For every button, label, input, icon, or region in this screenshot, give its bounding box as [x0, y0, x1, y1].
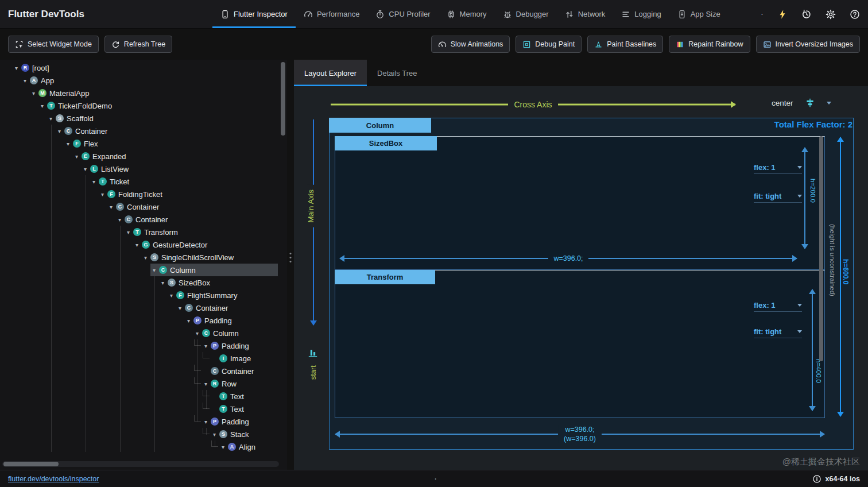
- fit-dropdown[interactable]: fit: tight: [754, 327, 802, 338]
- tree-node-padding[interactable]: ▾PPadding: [0, 339, 287, 352]
- settings-button[interactable]: [826, 9, 836, 20]
- tree-node-transform[interactable]: ▾TTransform: [0, 226, 287, 238]
- tree-node-expanded[interactable]: ▾EExpanded: [0, 150, 287, 163]
- tree-node-listview[interactable]: ▾LListView: [0, 163, 287, 175]
- main-axis-alignment-dropdown[interactable]: start: [308, 348, 318, 380]
- nav-tab-performance[interactable]: Performance: [296, 0, 367, 28]
- tree-node-text[interactable]: TText: [0, 390, 287, 403]
- repaint-rainbow-button[interactable]: Repaint Rainbow: [669, 36, 750, 53]
- expand-chevron-icon[interactable]: ▾: [176, 305, 184, 311]
- nav-tab-logging[interactable]: Logging: [613, 0, 669, 28]
- panel-splitter[interactable]: [287, 60, 294, 470]
- tree-node-scaffold[interactable]: ▾SScaffold: [0, 112, 287, 125]
- tree-node-foldingticket[interactable]: ▾FFoldingTicket: [0, 188, 287, 200]
- tree-horizontal-scrollbar-thumb[interactable]: [3, 462, 59, 466]
- tree-node-container[interactable]: ▾CContainer: [0, 302, 287, 314]
- tree-node-container[interactable]: ▾CContainer: [0, 200, 287, 213]
- tree-node-singlechildscrollview[interactable]: ▾SSingleChildScrollView: [0, 251, 287, 264]
- debug-paint-button[interactable]: Debug Paint: [516, 36, 582, 53]
- expand-chevron-icon[interactable]: ▾: [107, 204, 115, 210]
- tree-node-root[interactable]: ▾R[root]: [0, 61, 287, 74]
- expand-chevron-icon[interactable]: ▾: [38, 103, 46, 109]
- flex-dropdown[interactable]: flex: 1: [754, 163, 802, 174]
- fit-dropdown[interactable]: fit: tight: [754, 192, 802, 203]
- widget-box-transform[interactable]: [335, 270, 825, 418]
- tree-node-container[interactable]: CContainer: [0, 365, 287, 377]
- expand-chevron-icon[interactable]: ▾: [56, 128, 63, 134]
- main-axis-arrowhead-icon: [310, 320, 317, 326]
- devtools-docs-link[interactable]: flutter.dev/devtools/inspector: [8, 475, 99, 483]
- expand-chevron-icon[interactable]: ▾: [30, 90, 37, 96]
- tree-node-column[interactable]: ▾CColumn: [0, 264, 287, 276]
- tree-node-column[interactable]: ▾CColumn: [0, 327, 287, 339]
- expand-chevron-icon[interactable]: ▾: [116, 217, 123, 223]
- memory-icon: [447, 10, 456, 19]
- expand-chevron-icon[interactable]: ▾: [125, 229, 132, 235]
- nav-tab-network[interactable]: Network: [557, 0, 614, 28]
- expand-chevron-icon[interactable]: ▾: [202, 343, 210, 349]
- help-button[interactable]: [850, 9, 860, 20]
- tree-node-padding[interactable]: ▾PPadding: [0, 415, 287, 428]
- explorer-scrollbar[interactable]: [819, 136, 823, 361]
- expand-chevron-icon[interactable]: ▾: [21, 78, 29, 84]
- flex-dropdown[interactable]: flex: 1: [754, 301, 802, 312]
- tree-node-ticketfolddemo[interactable]: ▾TTicketFoldDemo: [0, 99, 287, 112]
- nav-tab-debugger[interactable]: Debugger: [495, 0, 557, 28]
- widget-box-title-sizedbox[interactable]: SizedBox: [335, 136, 437, 150]
- tree-node-stack[interactable]: ▾SStack: [0, 428, 287, 440]
- slow-animations-button[interactable]: Slow Animations: [431, 36, 510, 53]
- tree-node-app[interactable]: ▾AApp: [0, 74, 287, 87]
- tree-node-align[interactable]: ▾AAlign: [0, 440, 287, 453]
- tree-node-row[interactable]: ▾RRow: [0, 377, 287, 390]
- expand-chevron-icon[interactable]: ▾: [90, 179, 98, 185]
- tree-node-text[interactable]: TText: [0, 403, 287, 415]
- expand-chevron-icon[interactable]: ▾: [82, 166, 89, 172]
- main-nav: Flutter InspectorPerformanceCPU Profiler…: [212, 0, 728, 28]
- nav-tab-flutter-inspector[interactable]: Flutter Inspector: [212, 0, 296, 28]
- tree-node-flightsummary[interactable]: ▾FFlightSummary: [0, 289, 287, 302]
- expand-chevron-icon[interactable]: ▾: [202, 381, 210, 387]
- expand-chevron-icon[interactable]: ▾: [219, 444, 227, 450]
- tree-node-flex[interactable]: ▾FFlex: [0, 137, 287, 150]
- tree-node-container[interactable]: ▾CContainer: [0, 125, 287, 137]
- expand-chevron-icon[interactable]: ▾: [193, 330, 201, 337]
- paint-baselines-button[interactable]: Paint Baselines: [587, 36, 663, 53]
- hot-reload-button[interactable]: [777, 9, 788, 20]
- tab-details-tree[interactable]: Details Tree: [367, 60, 427, 86]
- expand-chevron-icon[interactable]: ▾: [64, 141, 72, 147]
- expand-chevron-icon[interactable]: ▾: [168, 292, 175, 299]
- widget-box-sizedbox[interactable]: [335, 136, 825, 270]
- tree-node-gesturedetector[interactable]: ▾GGestureDetector: [0, 238, 287, 251]
- tree-node-materialapp[interactable]: ▾MMaterialApp: [0, 87, 287, 99]
- expand-chevron-icon[interactable]: ▾: [211, 431, 218, 438]
- invert-oversized-images-button[interactable]: Invert Oversized Images: [756, 36, 860, 53]
- tree-node-sizedbox[interactable]: ▾SSizedBox: [0, 276, 287, 289]
- select-widget-mode-button[interactable]: Select Widget Mode: [8, 36, 99, 53]
- tree-node-image[interactable]: IImage: [0, 352, 287, 365]
- tree-vertical-scrollbar[interactable]: [281, 62, 285, 136]
- expand-chevron-icon[interactable]: ▾: [73, 153, 80, 160]
- tab-layout-explorer[interactable]: Layout Explorer: [294, 60, 367, 86]
- expand-chevron-icon[interactable]: ▾: [159, 280, 166, 286]
- history-button[interactable]: [801, 9, 812, 20]
- expand-chevron-icon[interactable]: ▾: [150, 267, 158, 273]
- nav-tab-memory[interactable]: Memory: [439, 0, 495, 28]
- tree-node-padding[interactable]: ▾PPadding: [0, 314, 287, 327]
- nav-tab-cpu-profiler[interactable]: CPU Profiler: [367, 0, 438, 28]
- tree-node-container[interactable]: ▾CContainer: [0, 213, 287, 226]
- column-box-title[interactable]: Column: [329, 118, 431, 133]
- expand-chevron-icon[interactable]: ▾: [99, 191, 106, 198]
- expand-chevron-icon[interactable]: ▾: [133, 242, 141, 248]
- tree-horizontal-scrollbar-track[interactable]: [2, 461, 279, 467]
- tree-node-ticket[interactable]: ▾TTicket: [0, 175, 287, 188]
- widget-box-title-transform[interactable]: Transform: [335, 270, 435, 284]
- cpu-icon: [375, 10, 385, 19]
- nav-tab-app-size[interactable]: App Size: [669, 0, 728, 28]
- cross-axis-alignment-dropdown[interactable]: center: [772, 95, 831, 110]
- expand-chevron-icon[interactable]: ▾: [142, 254, 149, 261]
- refresh-tree-button[interactable]: Refresh Tree: [104, 36, 172, 53]
- expand-chevron-icon[interactable]: ▾: [202, 419, 210, 425]
- expand-chevron-icon[interactable]: ▾: [47, 115, 55, 122]
- expand-chevron-icon[interactable]: ▾: [13, 65, 20, 71]
- expand-chevron-icon[interactable]: ▾: [185, 318, 192, 324]
